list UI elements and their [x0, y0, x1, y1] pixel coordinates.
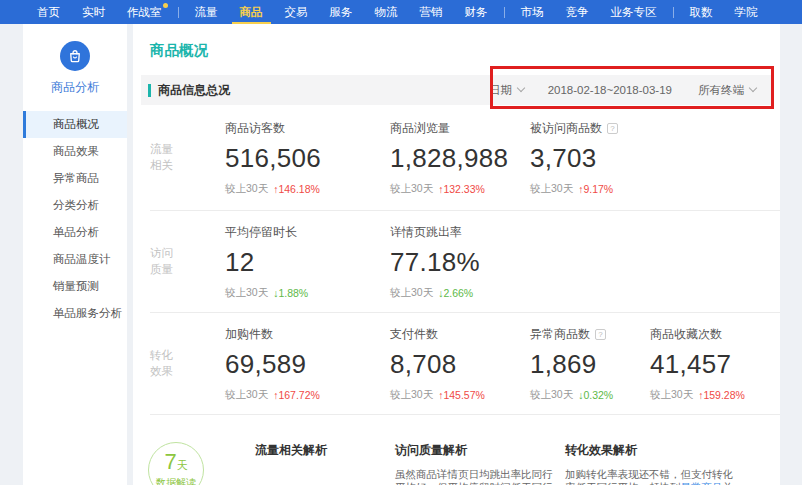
metric-label: 异常商品数: [530, 326, 590, 343]
insight-text: 加购转化率表现还不错，但支付转化率低于同行平均，赶快到异常商品并结合使用商品温度…: [565, 468, 735, 485]
metric-row-traffic: 流量相关 商品访客数 516,506 较上30天↑146.18% 商品浏览量 1…: [150, 105, 780, 211]
nav-item-data-fetch[interactable]: 取数: [679, 0, 724, 24]
nav-item-realtime[interactable]: 实时: [71, 0, 116, 24]
metric-compare: 较上30天↑9.17%: [530, 182, 650, 196]
sidebar-item-product-overview[interactable]: 商品概况: [23, 111, 127, 138]
metric-label: 商品浏览量: [390, 120, 450, 137]
nav-item-service[interactable]: 服务: [319, 0, 364, 24]
metric-value: 69,589: [225, 349, 390, 380]
nav-divider: [504, 7, 505, 18]
compare-label: 较上30天: [650, 388, 693, 402]
delta-value: 145.57%: [443, 389, 484, 401]
metric-visited-products: 被访问商品数? 3,703 较上30天↑9.17%: [530, 120, 650, 196]
metric-row-conversion: 转化效果 加购件数 69,589 较上30天↑167.72% 支付件数 8,70…: [150, 313, 780, 415]
metric-value: 8,708: [390, 349, 530, 380]
insights-section: 7天 数据解读 流量相关解析 访问质量解析 虽然商品详情页日均跳出率比同行平均好…: [133, 415, 780, 485]
metric-avg-stay-time: 平均停留时长 12 较上30天↓1.88%: [225, 224, 390, 300]
date-dropdown-label: 日期: [489, 83, 512, 98]
compare-label: 较上30天: [390, 286, 433, 300]
metric-compare: 较上30天↑159.28%: [650, 388, 780, 402]
metric-label: 平均停留时长: [225, 224, 297, 241]
chevron-down-icon: [749, 84, 757, 92]
date-dropdown[interactable]: 日期: [489, 83, 524, 98]
metric-group-label: 流量相关: [150, 142, 180, 173]
nav-item-competition[interactable]: 竞争: [555, 0, 600, 24]
metric-row-visit-quality: 访问质量 平均停留时长 12 较上30天↓1.88% 详情页跳出率 77.18%…: [150, 211, 780, 313]
nav-item-trade[interactable]: 交易: [274, 0, 319, 24]
sidebar-item-abnormal-products[interactable]: 异常商品: [23, 165, 127, 192]
metric-compare: 较上30天↑146.18%: [225, 182, 390, 196]
page-body: 商品分析 商品概况 商品效果 异常商品 分类分析 单品分析 商品温度计 销量预测…: [0, 24, 802, 485]
metric-compare: 较上30天↓0.32%: [530, 388, 650, 402]
compare-label: 较上30天: [225, 182, 268, 196]
metric-detail-bounce-rate: 详情页跳出率 77.18% 较上30天↓2.66%: [390, 224, 530, 300]
metric-value: 516,506: [225, 143, 390, 174]
nav-item-academy[interactable]: 学院: [724, 0, 769, 24]
sidebar-item-sales-forecast[interactable]: 销量预测: [23, 273, 127, 300]
abnormal-products-link[interactable]: 异常商品: [681, 481, 723, 485]
product-analysis-bag-icon: [60, 41, 90, 71]
compare-label: 较上30天: [225, 388, 268, 402]
metric-label: 被访问商品数: [530, 120, 602, 137]
delta-value: 159.28%: [703, 389, 744, 401]
nav-item-business-zone[interactable]: 业务专区: [600, 0, 668, 24]
sidebar-item-category-analysis[interactable]: 分类分析: [23, 192, 127, 219]
metric-label: 详情页跳出率: [390, 224, 462, 241]
sidebar-header: 商品分析: [23, 24, 127, 96]
compare-label: 较上30天: [390, 182, 433, 196]
notification-dot-icon: [163, 3, 168, 8]
badge-days: 7: [164, 449, 176, 474]
terminal-dropdown-label: 所有终端: [698, 83, 744, 98]
metric-label: 支付件数: [390, 326, 438, 343]
sidebar-group-title: 商品分析: [23, 79, 127, 96]
nav-item-logistics[interactable]: 物流: [364, 0, 409, 24]
help-icon[interactable]: ?: [595, 329, 606, 340]
sidebar-item-single-item-analysis[interactable]: 单品分析: [23, 219, 127, 246]
main-content: 商品概况 商品信息总况 日期 2018-02-18~2018-03-19 所有终…: [133, 24, 780, 485]
metric-cart-adds: 加购件数 69,589 较上30天↑167.72%: [225, 326, 390, 402]
metric-group-label: 访问质量: [150, 246, 180, 277]
sidebar-item-single-item-service[interactable]: 单品服务分析: [23, 300, 127, 327]
sidebar-item-product-effect[interactable]: 商品效果: [23, 138, 127, 165]
nav-item-traffic[interactable]: 流量: [184, 0, 229, 24]
seven-day-insight-badge: 7天 数据解读: [148, 442, 204, 485]
metrics-panel: 流量相关 商品访客数 516,506 较上30天↑146.18% 商品浏览量 1…: [133, 105, 780, 415]
insight-conversion: 转化效果解析 加购转化率表现还不错，但支付转化率低于同行平均，赶快到异常商品并结…: [565, 442, 735, 485]
insight-title: 访问质量解析: [395, 442, 555, 459]
metric-value: 1,869: [530, 349, 650, 380]
delta-value: 0.32%: [583, 389, 613, 401]
nav-item-marketing[interactable]: 营销: [409, 0, 454, 24]
badge-caption: 数据解读: [156, 476, 196, 485]
nav-item-label: 作战室: [127, 5, 162, 20]
compare-label: 较上30天: [530, 182, 573, 196]
nav-item-home[interactable]: 首页: [26, 0, 71, 24]
metric-label: 加购件数: [225, 326, 273, 343]
delta-value: 2.66%: [443, 287, 473, 299]
delta-value: 1.88%: [278, 287, 308, 299]
nav-item-market[interactable]: 市场: [510, 0, 555, 24]
metric-product-favorites: 商品收藏次数 41,457 较上30天↑159.28%: [650, 326, 780, 402]
metric-compare: 较上30天↓2.66%: [390, 286, 530, 300]
sidebar-menu: 商品概况 商品效果 异常商品 分类分析 单品分析 商品温度计 销量预测 单品服务…: [23, 111, 127, 327]
nav-item-war-room[interactable]: 作战室: [116, 0, 173, 24]
page-title: 商品概况: [133, 24, 780, 60]
metric-product-visitors: 商品访客数 516,506 较上30天↑146.18%: [225, 120, 390, 196]
badge-days-unit: 天: [177, 459, 188, 471]
metric-compare: 较上30天↑132.33%: [390, 182, 530, 196]
date-range-value[interactable]: 2018-02-18~2018-03-19: [548, 84, 672, 96]
section-title-wrap: 商品信息总况: [141, 82, 230, 99]
compare-label: 较上30天: [225, 286, 268, 300]
compare-label: 较上30天: [530, 388, 573, 402]
help-icon[interactable]: ?: [607, 123, 618, 134]
terminal-dropdown[interactable]: 所有终端: [698, 83, 756, 98]
metric-value: 1,828,988: [390, 143, 530, 174]
metric-value: 12: [225, 247, 390, 278]
sidebar-item-product-thermometer[interactable]: 商品温度计: [23, 246, 127, 273]
metric-compare: 较上30天↑167.72%: [225, 388, 390, 402]
chevron-down-icon: [516, 84, 524, 92]
metric-compare: 较上30天↑145.57%: [390, 388, 530, 402]
insight-traffic: 流量相关解析: [255, 442, 385, 468]
nav-item-finance[interactable]: 财务: [454, 0, 499, 24]
section-title: 商品信息总况: [158, 82, 230, 99]
nav-item-product-active[interactable]: 商品: [229, 0, 274, 24]
